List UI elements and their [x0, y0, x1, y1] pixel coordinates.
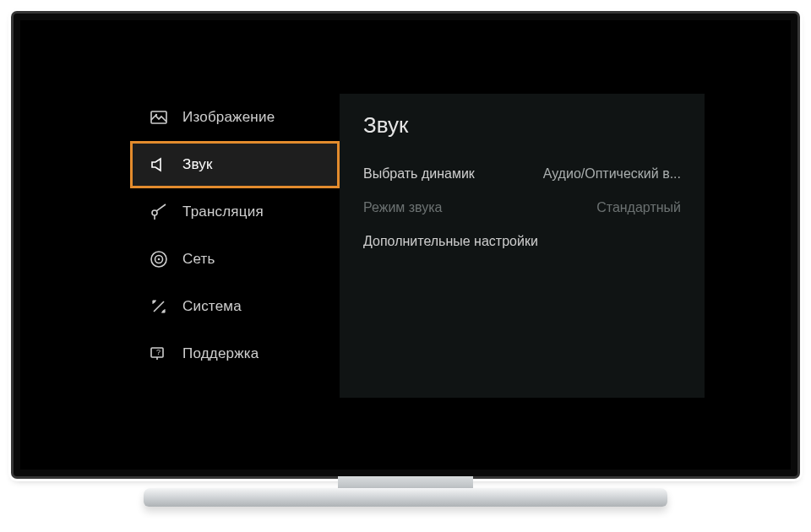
sidebar-item-label: Сеть: [182, 251, 215, 268]
option-select-speaker[interactable]: Выбрать динамик Аудио/Оптический в...: [363, 157, 681, 191]
sidebar-item-network[interactable]: Сеть: [130, 236, 340, 283]
option-label: Дополнительные настройки: [363, 234, 538, 249]
sidebar-item-sound[interactable]: Звук: [130, 141, 340, 188]
tv-screen: Изображение Звук Трансляция: [20, 20, 791, 470]
sidebar-item-label: Изображение: [182, 109, 275, 126]
sidebar-item-support[interactable]: ? Поддержка: [130, 330, 340, 377]
sidebar-item-broadcast[interactable]: Трансляция: [130, 188, 340, 236]
option-value: Аудио/Оптический в...: [543, 166, 681, 182]
content-title: Звук: [363, 112, 681, 138]
sidebar-item-label: Трансляция: [182, 204, 264, 220]
option-value: Стандартный: [596, 200, 681, 215]
support-icon: ?: [149, 344, 169, 364]
svg-point-2: [152, 210, 157, 215]
broadcast-icon: [149, 202, 169, 222]
tv-frame: Изображение Звук Трансляция: [14, 14, 797, 476]
option-sound-mode: Режим звука Стандартный: [363, 191, 681, 225]
sidebar-item-picture[interactable]: Изображение: [130, 94, 340, 141]
system-icon: [149, 296, 169, 317]
settings-content: Звук Выбрать динамик Аудио/Оптический в.…: [340, 94, 705, 398]
settings-panel: Изображение Звук Трансляция: [130, 94, 705, 398]
sidebar-item-system[interactable]: Система: [130, 283, 340, 330]
svg-point-5: [158, 258, 161, 261]
option-advanced-settings[interactable]: Дополнительные настройки: [363, 225, 681, 258]
sidebar-item-label: Система: [182, 298, 242, 315]
svg-text:?: ?: [156, 348, 161, 356]
tv-bezel: Изображение Звук Трансляция: [20, 20, 791, 470]
svg-point-1: [155, 114, 157, 116]
sidebar-item-label: Звук: [182, 156, 213, 173]
network-icon: [149, 249, 169, 269]
option-label: Режим звука: [363, 200, 443, 215]
settings-sidebar: Изображение Звук Трансляция: [130, 94, 340, 398]
sidebar-item-label: Поддержка: [182, 345, 259, 362]
option-label: Выбрать динамик: [363, 166, 475, 182]
tv-stand-base: [144, 488, 667, 507]
speaker-icon: [149, 155, 169, 175]
picture-icon: [149, 107, 169, 128]
